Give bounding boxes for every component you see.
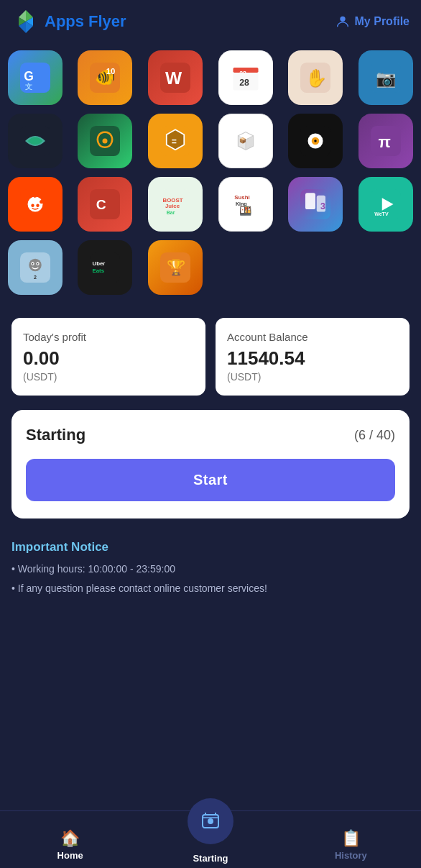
profile-label: My Profile xyxy=(355,15,410,28)
uber-eats-icon: Uber Eats xyxy=(90,252,120,283)
app-swirl[interactable] xyxy=(70,109,141,173)
my-profile-link[interactable]: My Profile xyxy=(335,14,410,29)
notice-item-2: • If any question please contact online … xyxy=(11,581,410,596)
bottom-nav: 🏠 Home Starting 📋 History xyxy=(0,810,421,868)
svg-text:📷: 📷 xyxy=(376,68,397,88)
home-icon: 🏠 xyxy=(60,829,80,848)
svg-text:🏆: 🏆 xyxy=(167,258,186,277)
svg-text:28: 28 xyxy=(239,78,249,88)
google-translate-icon: G 文 xyxy=(20,63,50,93)
app-hexagon[interactable]: = xyxy=(140,109,210,173)
nav-starting-circle xyxy=(188,798,233,844)
red-app-icon: C xyxy=(90,189,120,219)
black-circle-icon xyxy=(300,126,330,156)
nav-starting-icon xyxy=(200,810,221,832)
notice-item-1: • Working hours: 10:00:00 - 23:59:00 xyxy=(11,562,410,577)
app-uber-eats[interactable]: Uber Eats xyxy=(70,236,141,299)
svg-point-68 xyxy=(29,259,42,272)
app-hand[interactable]: ✋ xyxy=(281,46,351,109)
balance-label: Account Balance xyxy=(227,331,398,343)
nav-home-label: Home xyxy=(57,850,83,861)
svg-point-72 xyxy=(37,263,38,265)
svg-text:2: 2 xyxy=(34,275,37,280)
hexagon-icon: = xyxy=(160,126,190,156)
app-fish-game[interactable]: 🐠 10 xyxy=(70,46,141,109)
profit-currency: (USDT) xyxy=(23,371,194,383)
svg-text:Juice: Juice xyxy=(165,203,180,209)
calendar-icon: 28 28 xyxy=(231,63,261,93)
phone-mirror-icon: 3 xyxy=(300,189,330,219)
svg-text:Eats: Eats xyxy=(93,268,105,274)
starting-header: Starting (6 / 40) xyxy=(26,426,395,444)
profit-card: Today's profit 0.00 (USDT) xyxy=(11,318,205,396)
profit-value: 0.00 xyxy=(23,347,194,370)
app-dark1[interactable] xyxy=(0,109,70,173)
starting-card: Starting (6 / 40) Start xyxy=(11,410,410,518)
svg-text:C: C xyxy=(96,197,106,212)
app-calendar[interactable]: 28 28 xyxy=(210,46,281,109)
svg-point-71 xyxy=(32,263,33,265)
nav-starting[interactable]: Starting xyxy=(140,804,280,868)
svg-point-8 xyxy=(340,17,345,22)
svg-text:✋: ✋ xyxy=(305,68,328,89)
svg-point-40 xyxy=(315,140,318,142)
app-pi-network[interactable]: π xyxy=(351,109,421,173)
svg-rect-61 xyxy=(305,193,315,209)
zoom-icon: 📷 xyxy=(371,63,401,93)
hand-icon: ✋ xyxy=(300,63,330,93)
cube-box-icon: 📦 xyxy=(231,126,261,156)
app-black-circle[interactable] xyxy=(281,109,351,173)
app-cube-box[interactable]: 📦 xyxy=(210,109,281,173)
stats-row: Today's profit 0.00 (USDT) Account Balan… xyxy=(0,306,421,403)
app-wps[interactable]: W xyxy=(140,46,210,109)
app-gold-game[interactable]: 🏆 xyxy=(140,236,210,299)
swirl-icon xyxy=(90,126,120,156)
logo-area: AppsFlyer xyxy=(11,7,126,36)
starting-title: Starting xyxy=(26,426,85,444)
wps-icon: W xyxy=(160,63,190,93)
gold-game-icon: 🏆 xyxy=(160,252,190,283)
svg-text:W: W xyxy=(165,68,182,88)
header: AppsFlyer My Profile xyxy=(0,0,421,43)
svg-text:🍱: 🍱 xyxy=(239,205,252,217)
starting-count: (6 / 40) xyxy=(354,428,395,443)
pi-network-icon: π xyxy=(371,126,401,156)
svg-text:10: 10 xyxy=(106,67,116,76)
wetv-icon: WeTV xyxy=(371,189,401,219)
svg-point-80 xyxy=(208,818,213,824)
svg-text:Uber: Uber xyxy=(93,260,106,267)
app-icons-grid: G 文 🐠 10 W 28 28 xyxy=(0,43,421,306)
nav-history-label: History xyxy=(335,850,367,861)
nav-starting-label: Starting xyxy=(193,853,228,864)
svg-text:BOOST: BOOST xyxy=(163,197,183,204)
reddit-icon xyxy=(20,189,50,219)
profit-label: Today's profit xyxy=(23,331,194,343)
history-icon: 📋 xyxy=(341,829,361,848)
talking-tom-icon: 2 xyxy=(20,252,50,283)
profile-icon xyxy=(335,14,351,29)
notice-section: Important Notice • Working hours: 10:00:… xyxy=(0,526,421,615)
app-google-translate[interactable]: G 文 xyxy=(0,46,70,109)
nav-home[interactable]: 🏠 Home xyxy=(0,829,140,868)
svg-text:π: π xyxy=(379,132,391,151)
fish-game-icon: 🐠 10 xyxy=(90,63,120,93)
app-phone-mirror[interactable]: 3 xyxy=(281,173,351,236)
app-talking-tom[interactable]: 2 xyxy=(0,236,70,299)
svg-text:WeTV: WeTV xyxy=(374,211,389,216)
app-sushi-king[interactable]: Sushi King 🍱 xyxy=(210,173,281,236)
svg-point-46 xyxy=(31,204,34,207)
logo-text-apps: Apps xyxy=(45,12,84,31)
app-wetv[interactable]: WeTV xyxy=(351,173,421,236)
nav-history[interactable]: 📋 History xyxy=(281,829,421,868)
start-button[interactable]: Start xyxy=(26,459,395,501)
app-red2[interactable]: C xyxy=(70,173,141,236)
svg-text:=: = xyxy=(172,137,177,147)
notice-title: Important Notice xyxy=(11,540,410,554)
svg-text:Sushi: Sushi xyxy=(234,194,249,201)
boost-juice-icon: BOOST Juice Bar xyxy=(160,189,190,219)
app-boost-juice[interactable]: BOOST Juice Bar xyxy=(140,173,210,236)
balance-currency: (USDT) xyxy=(227,371,398,383)
svg-text:文: 文 xyxy=(25,83,32,91)
app-reddit[interactable] xyxy=(0,173,70,236)
app-zoom[interactable]: 📷 xyxy=(351,46,421,109)
